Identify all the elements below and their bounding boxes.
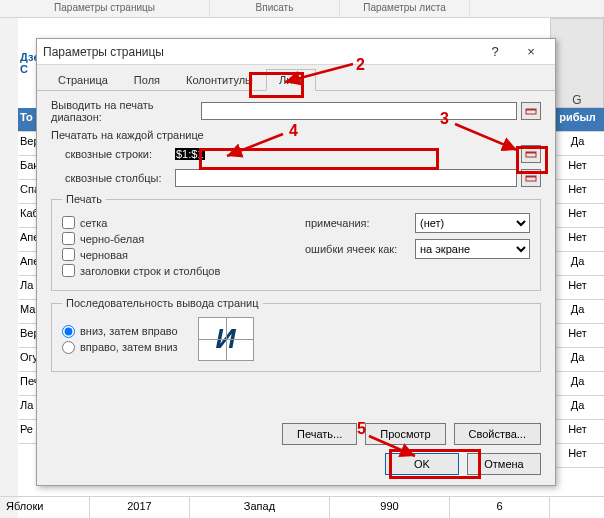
table-cell[interactable]: Да: [550, 372, 604, 396]
cols-repeat-label: сквозные столбцы:: [65, 172, 175, 184]
table-cell[interactable]: Да: [550, 252, 604, 276]
cols-repeat-input[interactable]: [175, 169, 517, 187]
comments-select[interactable]: (нет): [415, 213, 530, 233]
page-order-icon: И: [198, 317, 254, 361]
tab-margins[interactable]: Поля: [121, 69, 173, 90]
headings-label: заголовки строк и столбцов: [80, 265, 220, 277]
table-cell[interactable]: Да: [550, 300, 604, 324]
page-setup-dialog: Параметры страницы ? × Страница Поля Кол…: [36, 38, 556, 486]
errors-select[interactable]: на экране: [415, 239, 530, 259]
annotation-number-2: 2: [356, 56, 365, 74]
table-cell[interactable]: Нет: [550, 420, 604, 444]
headings-checkbox[interactable]: [62, 264, 75, 277]
page-order-group: Последовательность вывода страниц вниз, …: [51, 297, 541, 372]
blackwhite-checkbox[interactable]: [62, 232, 75, 245]
svg-line-6: [285, 64, 353, 82]
svg-line-9: [369, 436, 415, 456]
table-cell[interactable]: Нет: [550, 228, 604, 252]
order-down-radio[interactable]: [62, 325, 75, 338]
bottom-data-row: Яблоки 2017 Запад 990 6: [0, 496, 604, 518]
svg-line-8: [227, 134, 283, 156]
annotation-number-5: 5: [357, 420, 366, 438]
cancel-button[interactable]: Отмена: [467, 453, 541, 475]
ribbon-group-page-setup[interactable]: Параметры страницы: [0, 0, 210, 17]
draft-label: черновая: [80, 249, 128, 261]
gridlines-label: сетка: [80, 217, 107, 229]
table-cell[interactable]: Нет: [550, 276, 604, 300]
dialog-title: Параметры страницы: [43, 45, 477, 59]
svg-rect-1: [526, 109, 536, 111]
comments-label: примечания:: [305, 217, 415, 229]
sheet-right-column: G рибыл Да Нет Нет Нет Нет Да Нет Да Нет…: [550, 18, 604, 468]
order-down-label: вниз, затем вправо: [80, 325, 178, 337]
collapse-dialog-button[interactable]: [521, 102, 541, 120]
table-cell[interactable]: Нет: [550, 156, 604, 180]
table-cell[interactable]: 990: [330, 497, 450, 518]
print-area-label: Выводить на печать диапазон:: [51, 99, 201, 123]
table-cell[interactable]: Нет: [550, 180, 604, 204]
annotation-arrow-3: [451, 120, 531, 156]
draft-checkbox[interactable]: [62, 248, 75, 261]
annotation-number-4: 4: [289, 122, 298, 140]
properties-button[interactable]: Свойства...: [454, 423, 541, 445]
order-over-label: вправо, затем вниз: [80, 341, 178, 353]
errors-label: ошибки ячеек как:: [305, 243, 415, 255]
annotation-arrow-4: [221, 130, 291, 160]
ribbon-group-scale[interactable]: Вписать: [210, 0, 340, 17]
table-cell[interactable]: 2017: [90, 497, 190, 518]
table-header-cell: рибыл: [550, 108, 604, 132]
svg-rect-5: [526, 176, 536, 178]
table-cell[interactable]: Да: [550, 348, 604, 372]
collapse-dialog-button-cols[interactable]: [521, 169, 541, 187]
tab-header-footer[interactable]: Колонтитулы: [173, 69, 266, 90]
tab-page[interactable]: Страница: [45, 69, 121, 90]
table-cell[interactable]: 6: [450, 497, 550, 518]
order-over-radio[interactable]: [62, 341, 75, 354]
table-cell[interactable]: Да: [550, 132, 604, 156]
gridlines-checkbox[interactable]: [62, 216, 75, 229]
table-cell[interactable]: Да: [550, 396, 604, 420]
print-group-label: Печать: [62, 193, 106, 205]
table-cell[interactable]: Яблоки: [0, 497, 90, 518]
ribbon-group-sheet-options[interactable]: Параметры листа: [340, 0, 470, 17]
table-cell[interactable]: Нет: [550, 204, 604, 228]
blackwhite-label: черно-белая: [80, 233, 144, 245]
table-cell[interactable]: Запад: [190, 497, 330, 518]
table-cell[interactable]: Нет: [550, 444, 604, 468]
ribbon: Параметры страницы Вписать Параметры лис…: [0, 0, 604, 18]
svg-line-7: [455, 124, 517, 150]
annotation-arrow-5: [365, 432, 425, 462]
rows-repeat-label: сквозные строки:: [65, 148, 175, 160]
column-header[interactable]: G: [550, 18, 604, 108]
order-group-label: Последовательность вывода страниц: [62, 297, 263, 309]
print-options-group: Печать сетка черно-белая черновая заголо…: [51, 193, 541, 291]
print-button[interactable]: Печать...: [282, 423, 357, 445]
annotation-arrow-2: [279, 60, 359, 86]
close-button[interactable]: ×: [513, 41, 549, 63]
print-area-input[interactable]: [201, 102, 517, 120]
annotation-number-3: 3: [440, 110, 449, 128]
help-button[interactable]: ?: [477, 41, 513, 63]
table-cell[interactable]: Нет: [550, 324, 604, 348]
